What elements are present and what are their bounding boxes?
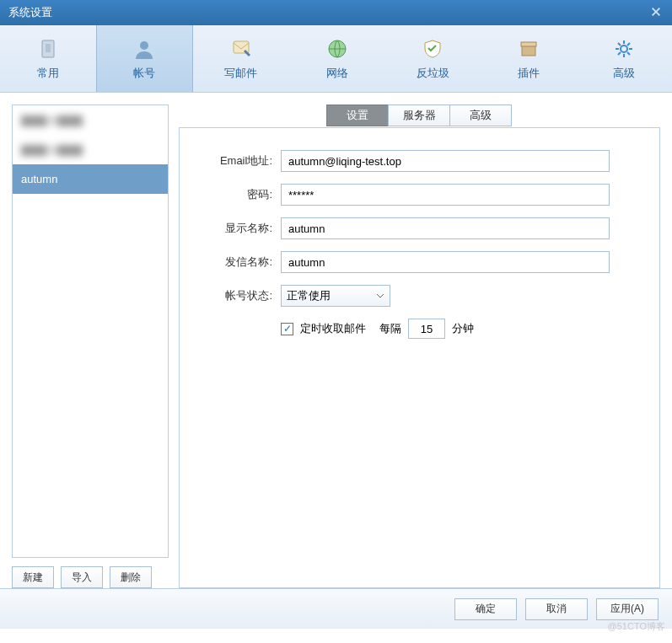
sender-name-field[interactable] <box>281 251 610 273</box>
delete-button[interactable]: 删除 <box>110 566 152 588</box>
timed-label: 定时收取邮件 <box>300 321 366 336</box>
tab-network-label: 网络 <box>326 66 348 81</box>
status-label: 帐号状态: <box>196 288 272 303</box>
user-icon <box>132 37 156 61</box>
tab-advanced[interactable]: 高级 <box>576 25 672 92</box>
chevron-down-icon <box>376 290 384 303</box>
import-button[interactable]: 导入 <box>61 566 103 588</box>
title-bar: 系统设置 <box>0 0 672 25</box>
svg-point-2 <box>140 41 148 50</box>
form-box: Email地址: 密码: 显示名称: 发信名称: 帐号状态: 正常使用 <box>179 127 660 588</box>
display-name-field[interactable] <box>281 217 610 239</box>
footer: 确定 取消 应用(A) <box>0 588 672 629</box>
svg-point-7 <box>621 46 627 52</box>
compose-icon <box>229 37 253 61</box>
window-title: 系统设置 <box>8 5 52 20</box>
tab-account-label: 帐号 <box>133 66 155 81</box>
tab-network[interactable]: 网络 <box>289 25 385 92</box>
tab-advanced-label: 高级 <box>613 66 635 81</box>
interval-post: 分钟 <box>452 321 474 336</box>
status-value: 正常使用 <box>287 288 331 303</box>
sidebar-buttons: 新建 导入 删除 <box>12 566 169 588</box>
tab-compose-label: 写邮件 <box>224 66 257 81</box>
tab-compose[interactable]: 写邮件 <box>193 25 289 92</box>
tab-antispam[interactable]: 反垃圾 <box>384 25 481 92</box>
display-name-label: 显示名称: <box>196 221 272 236</box>
email-field[interactable] <box>281 150 610 172</box>
cancel-button[interactable]: 取消 <box>525 598 588 620</box>
close-icon[interactable] <box>650 6 664 19</box>
apply-button[interactable]: 应用(A) <box>596 598 659 620</box>
email-label: Email地址: <box>196 153 272 169</box>
box-icon <box>517 37 540 61</box>
subtab-server[interactable]: 服务器 <box>388 104 450 126</box>
svg-rect-1 <box>46 44 51 52</box>
common-icon <box>36 37 60 61</box>
sidebar: ▇▇▇@▇▇▇ ▇▇▇@▇▇▇ autumn 新建 导入 删除 <box>12 104 169 588</box>
new-button[interactable]: 新建 <box>12 566 54 588</box>
tab-common[interactable]: 常用 <box>0 25 96 92</box>
sender-name-label: 发信名称: <box>196 255 272 270</box>
password-label: 密码: <box>196 187 272 202</box>
tab-plugins[interactable]: 插件 <box>481 25 577 92</box>
subtab-settings[interactable]: 设置 <box>326 104 389 126</box>
list-item[interactable]: autumn <box>13 164 168 194</box>
interval-field[interactable] <box>408 319 445 339</box>
list-item[interactable]: ▇▇▇@▇▇▇ <box>13 105 168 135</box>
status-select[interactable]: 正常使用 <box>281 285 390 307</box>
globe-icon <box>325 37 349 61</box>
ok-button[interactable]: 确定 <box>454 598 517 620</box>
main-panel: 设置 服务器 高级 Email地址: 密码: 显示名称: 发信名称: 帐号状态 <box>179 104 660 588</box>
gear-icon <box>612 37 636 61</box>
account-list: ▇▇▇@▇▇▇ ▇▇▇@▇▇▇ autumn <box>12 104 169 558</box>
tab-common-label: 常用 <box>37 66 59 81</box>
shield-icon <box>421 37 444 61</box>
svg-rect-6 <box>521 42 536 46</box>
subtab-advanced[interactable]: 高级 <box>449 104 512 126</box>
tab-account[interactable]: 帐号 <box>96 25 194 92</box>
tab-plugins-label: 插件 <box>518 66 540 81</box>
body-area: ▇▇▇@▇▇▇ ▇▇▇@▇▇▇ autumn 新建 导入 删除 设置 服务器 高… <box>0 93 672 588</box>
main-toolbar: 常用 帐号 写邮件 网络 反垃圾 插件 高级 <box>0 25 672 93</box>
list-item[interactable]: ▇▇▇@▇▇▇ <box>13 135 168 164</box>
password-field[interactable] <box>281 184 610 206</box>
timed-checkbox[interactable]: ✓ <box>281 323 293 335</box>
tab-antispam-label: 反垃圾 <box>417 66 449 81</box>
sub-tabs: 设置 服务器 高级 <box>179 104 660 128</box>
interval-pre: 每隔 <box>379 321 401 336</box>
